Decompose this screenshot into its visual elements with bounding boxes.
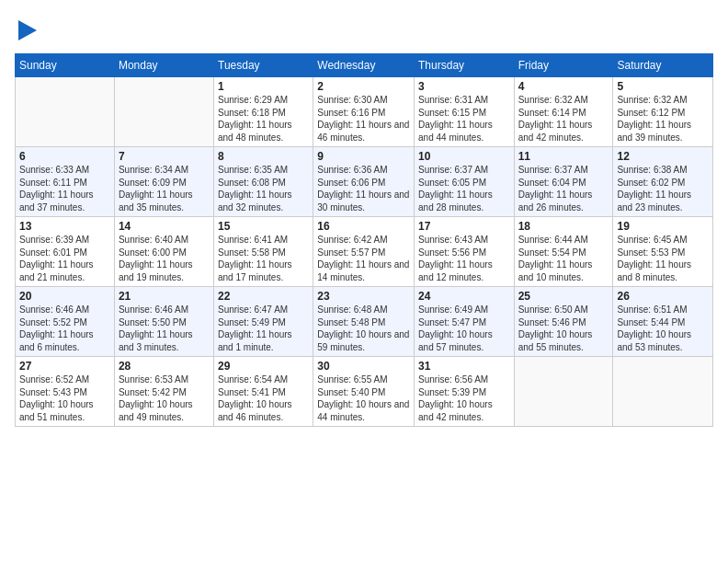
svg-marker-0 xyxy=(18,20,37,40)
day-number: 25 xyxy=(518,290,609,303)
day-number: 3 xyxy=(418,80,510,93)
table-row: 6Sunrise: 6:33 AM Sunset: 6:11 PM Daylig… xyxy=(16,147,115,217)
calendar-week-row: 6Sunrise: 6:33 AM Sunset: 6:11 PM Daylig… xyxy=(16,147,713,217)
table-row: 12Sunrise: 6:38 AM Sunset: 6:02 PM Dayli… xyxy=(613,147,713,217)
table-row: 29Sunrise: 6:54 AM Sunset: 5:41 PM Dayli… xyxy=(214,357,313,427)
day-number: 16 xyxy=(317,220,410,233)
table-row xyxy=(613,357,713,427)
col-monday: Monday xyxy=(114,54,213,77)
day-number: 19 xyxy=(617,220,709,233)
day-number: 30 xyxy=(317,360,410,373)
table-row: 2Sunrise: 6:30 AM Sunset: 6:16 PM Daylig… xyxy=(313,77,415,147)
day-info: Sunrise: 6:47 AM Sunset: 5:49 PM Dayligh… xyxy=(218,304,309,353)
day-number: 14 xyxy=(119,220,210,233)
table-row: 31Sunrise: 6:56 AM Sunset: 5:39 PM Dayli… xyxy=(415,357,515,427)
table-row xyxy=(16,77,115,147)
day-number: 4 xyxy=(518,80,609,93)
table-row: 27Sunrise: 6:52 AM Sunset: 5:43 PM Dayli… xyxy=(16,357,115,427)
day-number: 8 xyxy=(218,150,309,163)
day-info: Sunrise: 6:31 AM Sunset: 6:15 PM Dayligh… xyxy=(418,94,510,144)
table-row: 4Sunrise: 6:32 AM Sunset: 6:14 PM Daylig… xyxy=(514,77,613,147)
day-info: Sunrise: 6:33 AM Sunset: 6:11 PM Dayligh… xyxy=(19,164,110,213)
table-row: 17Sunrise: 6:43 AM Sunset: 5:56 PM Dayli… xyxy=(415,217,515,287)
day-info: Sunrise: 6:32 AM Sunset: 6:14 PM Dayligh… xyxy=(518,94,609,144)
table-row: 1Sunrise: 6:29 AM Sunset: 6:18 PM Daylig… xyxy=(214,77,313,147)
day-number: 22 xyxy=(218,290,309,303)
calendar: Sunday Monday Tuesday Wednesday Thursday… xyxy=(15,53,713,427)
day-info: Sunrise: 6:29 AM Sunset: 6:18 PM Dayligh… xyxy=(218,94,309,144)
table-row: 3Sunrise: 6:31 AM Sunset: 6:15 PM Daylig… xyxy=(415,77,515,147)
table-row: 19Sunrise: 6:45 AM Sunset: 5:53 PM Dayli… xyxy=(613,217,713,287)
day-info: Sunrise: 6:43 AM Sunset: 5:56 PM Dayligh… xyxy=(418,234,510,283)
table-row: 7Sunrise: 6:34 AM Sunset: 6:09 PM Daylig… xyxy=(114,147,213,217)
day-info: Sunrise: 6:37 AM Sunset: 6:05 PM Dayligh… xyxy=(418,164,510,213)
logo-triangle-icon xyxy=(18,20,37,44)
table-row: 26Sunrise: 6:51 AM Sunset: 5:44 PM Dayli… xyxy=(613,287,713,357)
day-info: Sunrise: 6:32 AM Sunset: 6:12 PM Dayligh… xyxy=(617,94,709,144)
day-info: Sunrise: 6:36 AM Sunset: 6:06 PM Dayligh… xyxy=(317,164,410,213)
table-row: 28Sunrise: 6:53 AM Sunset: 5:42 PM Dayli… xyxy=(114,357,213,427)
table-row: 22Sunrise: 6:47 AM Sunset: 5:49 PM Dayli… xyxy=(214,287,313,357)
table-row: 13Sunrise: 6:39 AM Sunset: 6:01 PM Dayli… xyxy=(16,217,115,287)
day-number: 13 xyxy=(19,220,110,233)
table-row xyxy=(514,357,613,427)
col-thursday: Thursday xyxy=(415,54,515,77)
table-row: 30Sunrise: 6:55 AM Sunset: 5:40 PM Dayli… xyxy=(313,357,415,427)
day-number: 12 xyxy=(617,150,709,163)
header xyxy=(15,15,713,44)
day-number: 6 xyxy=(19,150,110,163)
day-number: 10 xyxy=(418,150,510,163)
day-number: 20 xyxy=(19,290,110,303)
day-number: 26 xyxy=(617,290,709,303)
day-info: Sunrise: 6:48 AM Sunset: 5:48 PM Dayligh… xyxy=(317,304,410,353)
day-number: 1 xyxy=(218,80,309,93)
day-info: Sunrise: 6:34 AM Sunset: 6:09 PM Dayligh… xyxy=(119,164,210,213)
day-info: Sunrise: 6:54 AM Sunset: 5:41 PM Dayligh… xyxy=(218,373,309,423)
table-row: 24Sunrise: 6:49 AM Sunset: 5:47 PM Dayli… xyxy=(415,287,515,357)
day-info: Sunrise: 6:55 AM Sunset: 5:40 PM Dayligh… xyxy=(317,373,410,423)
col-tuesday: Tuesday xyxy=(214,54,313,77)
table-row: 11Sunrise: 6:37 AM Sunset: 6:04 PM Dayli… xyxy=(514,147,613,217)
table-row: 5Sunrise: 6:32 AM Sunset: 6:12 PM Daylig… xyxy=(613,77,713,147)
day-number: 21 xyxy=(119,290,210,303)
day-number: 24 xyxy=(418,290,510,303)
col-saturday: Saturday xyxy=(613,54,713,77)
day-number: 11 xyxy=(518,150,609,163)
day-info: Sunrise: 6:39 AM Sunset: 6:01 PM Dayligh… xyxy=(19,234,110,283)
day-info: Sunrise: 6:40 AM Sunset: 6:00 PM Dayligh… xyxy=(119,234,210,283)
col-wednesday: Wednesday xyxy=(313,54,415,77)
day-info: Sunrise: 6:35 AM Sunset: 6:08 PM Dayligh… xyxy=(218,164,309,213)
table-row: 25Sunrise: 6:50 AM Sunset: 5:46 PM Dayli… xyxy=(514,287,613,357)
calendar-week-row: 13Sunrise: 6:39 AM Sunset: 6:01 PM Dayli… xyxy=(16,217,713,287)
table-row: 16Sunrise: 6:42 AM Sunset: 5:57 PM Dayli… xyxy=(313,217,415,287)
day-number: 31 xyxy=(418,360,510,373)
day-info: Sunrise: 6:51 AM Sunset: 5:44 PM Dayligh… xyxy=(617,304,709,353)
table-row: 21Sunrise: 6:46 AM Sunset: 5:50 PM Dayli… xyxy=(114,287,213,357)
day-number: 27 xyxy=(19,360,110,373)
col-sunday: Sunday xyxy=(16,54,115,77)
table-row: 23Sunrise: 6:48 AM Sunset: 5:48 PM Dayli… xyxy=(313,287,415,357)
day-info: Sunrise: 6:53 AM Sunset: 5:42 PM Dayligh… xyxy=(119,373,210,423)
day-number: 28 xyxy=(119,360,210,373)
table-row: 8Sunrise: 6:35 AM Sunset: 6:08 PM Daylig… xyxy=(214,147,313,217)
col-friday: Friday xyxy=(514,54,613,77)
table-row: 14Sunrise: 6:40 AM Sunset: 6:00 PM Dayli… xyxy=(114,217,213,287)
day-number: 7 xyxy=(119,150,210,163)
page: Sunday Monday Tuesday Wednesday Thursday… xyxy=(0,0,728,563)
logo xyxy=(15,15,37,44)
calendar-week-row: 20Sunrise: 6:46 AM Sunset: 5:52 PM Dayli… xyxy=(16,287,713,357)
table-row: 9Sunrise: 6:36 AM Sunset: 6:06 PM Daylig… xyxy=(313,147,415,217)
table-row: 20Sunrise: 6:46 AM Sunset: 5:52 PM Dayli… xyxy=(16,287,115,357)
day-info: Sunrise: 6:44 AM Sunset: 5:54 PM Dayligh… xyxy=(518,234,609,283)
table-row: 18Sunrise: 6:44 AM Sunset: 5:54 PM Dayli… xyxy=(514,217,613,287)
day-number: 15 xyxy=(218,220,309,233)
day-number: 17 xyxy=(418,220,510,233)
table-row xyxy=(114,77,213,147)
day-number: 23 xyxy=(317,290,410,303)
calendar-header-row: Sunday Monday Tuesday Wednesday Thursday… xyxy=(16,54,713,77)
day-info: Sunrise: 6:46 AM Sunset: 5:52 PM Dayligh… xyxy=(19,304,110,353)
day-info: Sunrise: 6:45 AM Sunset: 5:53 PM Dayligh… xyxy=(617,234,709,283)
day-number: 9 xyxy=(317,150,410,163)
day-info: Sunrise: 6:41 AM Sunset: 5:58 PM Dayligh… xyxy=(218,234,309,283)
day-info: Sunrise: 6:37 AM Sunset: 6:04 PM Dayligh… xyxy=(518,164,609,213)
